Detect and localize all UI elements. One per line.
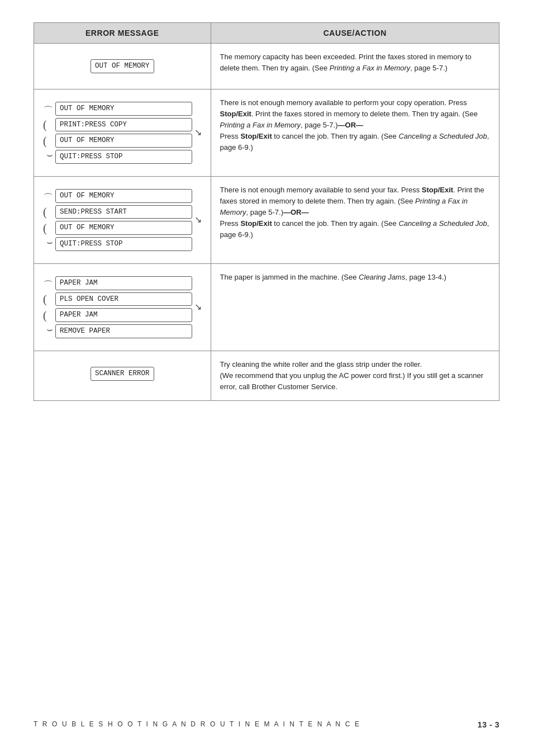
- cause-text: Try cleaning the white roller and the gl…: [220, 359, 490, 393]
- cause-text: The memory capacity has been exceeded. P…: [220, 51, 490, 74]
- bold-text: Stop/Exit: [240, 132, 272, 140]
- table-row: SCANNER ERRORTry cleaning the white roll…: [34, 351, 499, 400]
- lcd-screen: OUT OF MEMORY: [55, 102, 192, 116]
- italic-text: Printing a Fax in Memory: [330, 64, 411, 72]
- italic-text: Canceling a Scheduled Job: [398, 219, 487, 228]
- bold-text: —OR—: [283, 208, 309, 216]
- cause-text: The paper is jammed in the machine. (See…: [220, 272, 490, 283]
- error-message-cell: ⌒((⌣OUT OF MEMORYSEND:PRESS STARTOUT OF …: [34, 176, 211, 263]
- cause-action-cell: There is not enough memory available to …: [211, 89, 499, 176]
- error-message-cell: ⌒((⌣PAPER JAMPLS OPEN COVERPAPER JAMREMO…: [34, 263, 211, 351]
- error-message-header: ERROR MESSAGE: [34, 23, 211, 44]
- table-row: OUT OF MEMORYThe memory capacity has bee…: [34, 44, 499, 89]
- cause-action-cell: The memory capacity has been exceeded. P…: [211, 44, 499, 89]
- lcd-screen: SCANNER ERROR: [91, 367, 154, 381]
- italic-text: Printing a Fax in Memory: [220, 121, 301, 129]
- table-row: ⌒((⌣OUT OF MEMORYPRINT:PRESS COPYOUT OF …: [34, 89, 499, 176]
- lcd-screen: PAPER JAM: [55, 276, 192, 290]
- lcd-screen: OUT OF MEMORY: [55, 134, 192, 148]
- lcd-screen: OUT OF MEMORY: [91, 59, 154, 73]
- bold-text: Stop/Exit: [240, 219, 272, 228]
- lcd-screen: PRINT:PRESS COPY: [55, 118, 192, 132]
- bold-text: Stop/Exit: [220, 110, 251, 118]
- italic-text: Printing a Fax in Memory: [220, 197, 468, 216]
- cause-action-header: CAUSE/ACTION: [211, 23, 499, 44]
- arrow-right-icon: ↘: [192, 300, 202, 314]
- lcd-screen: SEND:PRESS START: [55, 205, 192, 219]
- bold-text: —OR—: [338, 121, 364, 129]
- lcd-screen: QUIT:PRESS STOP: [55, 237, 192, 251]
- error-message-cell: SCANNER ERROR: [34, 351, 211, 400]
- table-row: ⌒((⌣OUT OF MEMORYSEND:PRESS STARTOUT OF …: [34, 176, 499, 263]
- lcd-screen: QUIT:PRESS STOP: [55, 150, 192, 164]
- footer-page-number: 13 - 3: [478, 720, 499, 729]
- bold-text: Stop/Exit: [422, 186, 453, 194]
- cause-text: There is not enough memory available to …: [220, 97, 490, 154]
- italic-text: Canceling a Scheduled Job: [398, 132, 487, 140]
- cause-action-cell: There is not enough memory available to …: [211, 176, 499, 263]
- lcd-screen: PLS OPEN COVER: [55, 292, 192, 306]
- footer-left-text: T R O U B L E S H O O T I N G A N D R O …: [34, 720, 361, 729]
- error-message-cell: ⌒((⌣OUT OF MEMORYPRINT:PRESS COPYOUT OF …: [34, 89, 211, 176]
- lcd-screen: OUT OF MEMORY: [55, 189, 192, 203]
- error-message-cell: OUT OF MEMORY: [34, 44, 211, 89]
- italic-text: Clearing Jams: [359, 273, 405, 281]
- table-row: ⌒((⌣PAPER JAMPLS OPEN COVERPAPER JAMREMO…: [34, 263, 499, 351]
- cause-action-cell: The paper is jammed in the machine. (See…: [211, 263, 499, 351]
- lcd-screen: PAPER JAM: [55, 308, 192, 322]
- cause-text: There is not enough memory available to …: [220, 185, 490, 241]
- lcd-screen: REMOVE PAPER: [55, 324, 192, 338]
- lcd-screen: OUT OF MEMORY: [55, 221, 192, 235]
- arrow-right-icon: ↘: [192, 213, 202, 226]
- cause-action-cell: Try cleaning the white roller and the gl…: [211, 351, 499, 400]
- arrow-right-icon: ↘: [192, 126, 202, 139]
- page-footer: T R O U B L E S H O O T I N G A N D R O …: [0, 720, 533, 729]
- error-table: ERROR MESSAGE CAUSE/ACTION OUT OF MEMORY…: [34, 22, 499, 401]
